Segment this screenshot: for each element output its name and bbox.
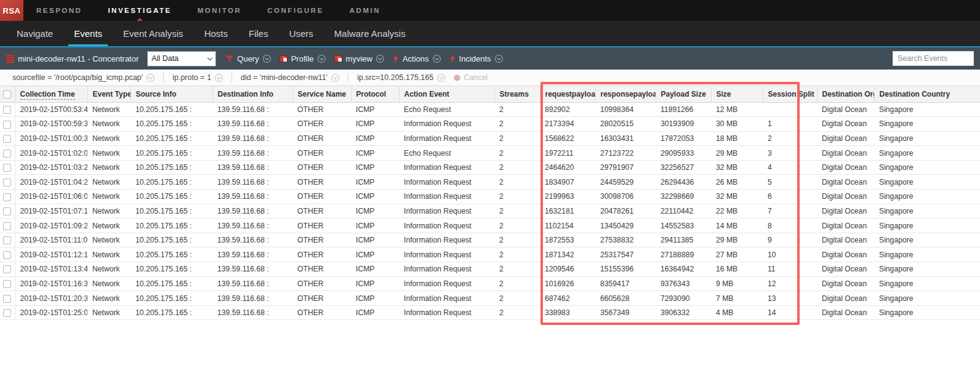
chevron-down-circle-icon[interactable]: [437, 74, 445, 82]
table-cell: Echo Request: [399, 102, 494, 117]
table-cell: 30 MB: [711, 117, 763, 132]
tab-files[interactable]: Files: [238, 21, 279, 46]
table-cell: 2019-02-15T01:12:11: [15, 247, 87, 262]
nav-configure[interactable]: CONFIGURE: [254, 0, 337, 21]
row-checkbox[interactable]: [3, 265, 11, 273]
tab-navigate-label: Navigate: [17, 28, 53, 39]
col-protocol[interactable]: Protocol: [351, 86, 399, 102]
table-cell: 2019-02-15T01:11:04: [15, 233, 87, 247]
col-streams[interactable]: Streams: [494, 86, 540, 102]
chevron-down-circle-icon[interactable]: [331, 74, 339, 82]
row-checkbox[interactable]: [3, 309, 11, 317]
table-row[interactable]: 2019-02-15T01:13:44Network10.205.175.165…: [0, 262, 980, 277]
cancel-query-button[interactable]: Cancel: [454, 73, 488, 82]
table-row[interactable]: 2019-02-15T01:06:05Network10.205.175.165…: [0, 190, 980, 204]
table-cell: 2: [494, 305, 540, 320]
select-all-checkbox[interactable]: [3, 90, 11, 98]
chevron-down-circle-icon[interactable]: [147, 74, 155, 82]
col-payload-size[interactable]: Payload Size: [656, 86, 711, 102]
row-checkbox[interactable]: [3, 236, 11, 244]
col-service-name[interactable]: Service Name: [292, 86, 351, 102]
nav-investigate[interactable]: INVESTIGATE: [95, 0, 184, 21]
row-checkbox[interactable]: [3, 164, 11, 172]
table-row[interactable]: 2019-02-15T01:12:11Network10.205.175.165…: [0, 247, 980, 262]
row-checkbox[interactable]: [3, 135, 11, 143]
nav-admin[interactable]: ADMIN: [337, 0, 393, 21]
profile-button[interactable]: Profile: [279, 54, 326, 63]
row-checkbox[interactable]: [3, 295, 11, 303]
row-checkbox[interactable]: [3, 222, 11, 230]
nav-monitor[interactable]: MONITOR: [185, 0, 255, 21]
row-checkbox[interactable]: [3, 251, 11, 259]
table-row[interactable]: 2019-02-15T01:25:09Network10.205.175.165…: [0, 305, 980, 320]
filter-ip-proto-label: ip.proto = 1: [172, 73, 211, 82]
filter-did[interactable]: did = 'mini-decoder-nw11': [241, 73, 339, 82]
row-checkbox[interactable]: [3, 106, 11, 114]
table-cell: Information Request: [399, 219, 494, 233]
filter-ip-proto[interactable]: ip.proto = 1: [172, 73, 223, 82]
col-responsepayload[interactable]: responsepayload: [595, 86, 656, 102]
chevron-down-circle-icon[interactable]: [215, 74, 223, 82]
col-event-type[interactable]: Event Type: [87, 86, 131, 102]
table-cell: Digital Ocean: [817, 291, 874, 306]
chevron-down-circle-icon[interactable]: [433, 55, 441, 63]
table-cell: 8: [763, 219, 817, 233]
table-cell: 6605628: [595, 291, 656, 306]
col-destination-country[interactable]: Destination Country: [874, 86, 980, 102]
chevron-down-circle-icon[interactable]: [318, 55, 326, 63]
col-size[interactable]: Size: [711, 86, 763, 102]
device-selector[interactable]: mini-decoder-nw11 - Concentrator: [6, 54, 139, 63]
tab-malware-analysis[interactable]: Malware Analysis: [324, 21, 416, 46]
col-destination-org[interactable]: Destination Org: [817, 86, 874, 102]
col-collection-time[interactable]: Collection Time: [15, 86, 87, 102]
row-checkbox[interactable]: [3, 121, 11, 129]
filter-sourcefile[interactable]: sourcefile = '/root/pcap/big_icmp.pcap': [12, 73, 155, 82]
query-button[interactable]: Query: [226, 54, 270, 63]
table-cell: 2: [494, 190, 540, 204]
col-requestpayload[interactable]: requestpayload: [540, 86, 595, 102]
tab-users[interactable]: Users: [279, 21, 324, 46]
tab-events[interactable]: Events: [63, 21, 113, 46]
tab-navigate[interactable]: Navigate: [6, 21, 63, 46]
row-checkbox[interactable]: [3, 178, 11, 187]
search-events-input[interactable]: [893, 51, 974, 66]
row-checkbox[interactable]: [3, 150, 11, 158]
chevron-down-circle-icon[interactable]: [495, 55, 503, 63]
table-cell: Network: [87, 204, 131, 219]
time-range-select[interactable]: All Data: [147, 51, 216, 66]
table-row[interactable]: 2019-02-15T01:09:29Network10.205.175.165…: [0, 219, 980, 233]
col-source-info[interactable]: Source Info: [131, 86, 212, 102]
tab-event-analysis[interactable]: Event Analysis: [113, 21, 194, 46]
table-row[interactable]: 2019-02-15T00:53:41Network10.205.175.165…: [0, 102, 980, 117]
table-cell: 27 MB: [711, 247, 763, 262]
row-checkbox[interactable]: [3, 193, 11, 201]
table-row[interactable]: 2019-02-15T00:59:33Network10.205.175.165…: [0, 117, 980, 132]
table-cell: 7: [763, 204, 817, 219]
table-row[interactable]: 2019-02-15T01:02:00Network10.205.175.165…: [0, 146, 980, 161]
table-row[interactable]: 2019-02-15T01:16:31Network10.205.175.165…: [0, 276, 980, 291]
incidents-button[interactable]: Incidents: [449, 54, 503, 63]
col-session-split[interactable]: Session Split: [763, 86, 817, 102]
chevron-down-circle-icon[interactable]: [263, 55, 271, 63]
table-row[interactable]: 2019-02-15T01:07:11Network10.205.175.165…: [0, 204, 980, 219]
table-row[interactable]: 2019-02-15T01:04:27Network10.205.175.165…: [0, 175, 980, 190]
actions-button[interactable]: Actions: [393, 54, 441, 63]
table-row[interactable]: 2019-02-15T01:00:38Network10.205.175.165…: [0, 131, 980, 146]
table-cell: 139.59.116.68 :: [212, 233, 292, 247]
table-row[interactable]: 2019-02-15T01:20:33Network10.205.175.165…: [0, 291, 980, 306]
col-destination-info[interactable]: Destination Info: [212, 86, 292, 102]
table-row[interactable]: 2019-02-15T01:03:20Network10.205.175.165…: [0, 160, 980, 175]
table-row[interactable]: 2019-02-15T01:11:04Network10.205.175.165…: [0, 233, 980, 247]
filter-ip-src[interactable]: ip.src=10.205.175.165: [357, 73, 445, 82]
row-checkbox[interactable]: [3, 280, 11, 288]
myview-button[interactable]: myview: [334, 54, 384, 63]
row-checkbox[interactable]: [3, 207, 11, 215]
tab-hosts[interactable]: Hosts: [194, 21, 238, 46]
table-cell: 139.59.116.68 :: [212, 247, 292, 262]
table-cell: 9: [763, 233, 817, 247]
table-cell: 2019-02-15T01:02:00: [15, 146, 87, 161]
table-cell: Information Request: [399, 160, 494, 175]
nav-respond[interactable]: RESPOND: [23, 0, 95, 21]
chevron-down-circle-icon[interactable]: [376, 55, 384, 63]
col-action-event[interactable]: Action Event: [399, 86, 494, 102]
